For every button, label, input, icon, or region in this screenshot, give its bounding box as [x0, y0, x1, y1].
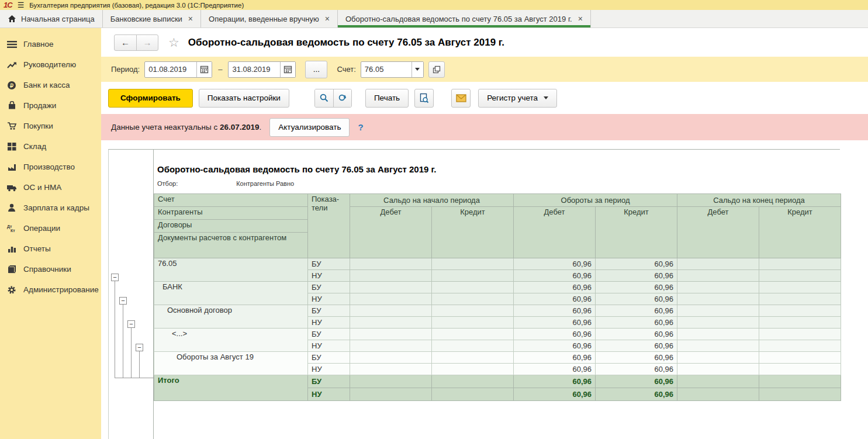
tab-home[interactable]: Начальная страница: [0, 10, 103, 27]
row-value: [432, 293, 514, 305]
open-account-icon[interactable]: [428, 61, 445, 78]
tree-collapse-button[interactable]: −: [136, 344, 143, 351]
row-indicator: БУ: [308, 258, 350, 270]
close-icon[interactable]: ×: [578, 15, 583, 23]
main-area: ← → ☆ Оборотно-сальдовая ведомость по сч…: [101, 28, 868, 439]
row-value: [677, 329, 759, 340]
row-value: [432, 282, 514, 293]
header-counterparties: Контрагенты: [154, 207, 308, 220]
sidebar-item-производство[interactable]: Производство: [0, 157, 101, 177]
sidebar-item-банк-и-касса[interactable]: ₽Банк и касса: [0, 75, 101, 95]
mail-icon[interactable]: [451, 89, 471, 108]
tab-3[interactable]: Оборотно-сальдовая ведомость по счету 76…: [338, 10, 591, 27]
row-value: 60,96: [596, 375, 677, 388]
row-indicator: БУ: [308, 329, 350, 340]
bag-icon: [6, 101, 17, 110]
chevron-down-icon[interactable]: [411, 62, 423, 77]
row-value: [432, 364, 514, 375]
header-documents: Документы расчетов с контрагентом: [154, 233, 308, 258]
table-row: Основной договорБУ60,9660,96: [154, 305, 841, 317]
row-value: 60,96: [514, 282, 596, 293]
header-account: Счет: [154, 194, 308, 207]
row-value: [677, 293, 759, 305]
favorite-star-icon[interactable]: ☆: [168, 36, 179, 50]
generate-button[interactable]: Сформировать: [108, 89, 193, 108]
sidebar-item-label: Операции: [23, 224, 60, 233]
row-value: [759, 388, 841, 401]
calendar-icon[interactable]: [280, 62, 295, 77]
row-value: [350, 388, 432, 401]
print-button[interactable]: Печать: [365, 89, 409, 108]
print-preview-icon[interactable]: [414, 89, 434, 108]
table-row: БАНКБУ60,9660,96: [154, 282, 841, 293]
row-indicator: НУ: [308, 340, 350, 352]
sidebar-item-зарплата-и-кадры[interactable]: Зарплата и кадры: [0, 198, 101, 218]
register-label: Регистр учета: [487, 94, 538, 102]
sidebar-item-склад[interactable]: Склад: [0, 136, 101, 157]
sidebar-item-label: Справочники: [23, 265, 71, 274]
tab-2[interactable]: Операции, введенные вручную×: [201, 10, 338, 27]
row-value: [432, 352, 514, 364]
sidebar-item-продажи[interactable]: Продажи: [0, 95, 101, 116]
sidebar-item-покупки[interactable]: Покупки: [0, 116, 101, 136]
row-value: 60,96: [596, 352, 677, 364]
sidebar-item-label: Производство: [23, 163, 75, 171]
header-credit: Кредит: [432, 207, 514, 258]
header-contracts: Договоры: [154, 220, 308, 233]
sidebar-item-администрирование[interactable]: Администрирование: [0, 279, 101, 300]
sidebar-item-руководителю[interactable]: Руководителю: [0, 54, 101, 75]
row-value: [350, 258, 432, 270]
tree-collapse-button[interactable]: −: [127, 320, 135, 328]
row-value: [350, 282, 432, 293]
sidebar-item-справочники[interactable]: Справочники: [0, 259, 101, 279]
row-value: [350, 293, 432, 305]
tree-collapse-button[interactable]: −: [111, 274, 119, 281]
dtkt-icon: ДтКт: [6, 224, 17, 233]
row-value: 60,96: [514, 293, 596, 305]
menu-icon: [6, 40, 17, 49]
account-input[interactable]: [361, 62, 411, 77]
row-indicator: БУ: [308, 375, 350, 388]
row-value: 60,96: [596, 340, 677, 352]
row-value: [350, 340, 432, 352]
back-button[interactable]: ←: [115, 35, 136, 50]
period-to-input[interactable]: [229, 62, 280, 77]
help-link[interactable]: ?: [358, 122, 363, 132]
sidebar-item-главное[interactable]: Главное: [0, 34, 101, 54]
actualize-button[interactable]: Актуализировать: [269, 118, 350, 137]
filter-value: Контрагенты Равно: [236, 180, 294, 187]
row-value: 60,96: [596, 388, 677, 401]
row-indicator: БУ: [308, 305, 350, 317]
sidebar-item-операции[interactable]: ДтКтОперации: [0, 218, 101, 238]
row-value: 60,96: [514, 375, 596, 388]
grouping-gutter: −−−−: [109, 150, 154, 439]
calendar-icon[interactable]: [196, 62, 212, 77]
row-value: [432, 388, 514, 401]
close-icon[interactable]: ×: [188, 15, 193, 23]
period-from-input[interactable]: [145, 62, 196, 77]
row-group-label: БАНК: [154, 282, 308, 305]
row-value: [759, 317, 841, 329]
search-next-icon[interactable]: [333, 89, 351, 107]
register-button[interactable]: Регистр учета: [478, 89, 557, 108]
show-settings-button[interactable]: Показать настройки: [199, 89, 289, 108]
sidebar-item-отчеты[interactable]: Отчеты: [0, 238, 101, 259]
choose-period-button[interactable]: ...: [305, 61, 327, 78]
tab-1[interactable]: Банковские выписки×: [103, 10, 201, 27]
banner-text: Данные учета неактуальны с 26.07.2019.: [111, 123, 261, 132]
forward-button[interactable]: →: [136, 35, 158, 50]
close-icon[interactable]: ×: [325, 15, 330, 23]
main-menu-icon[interactable]: ☰: [18, 1, 25, 9]
row-value: [677, 258, 759, 270]
report-area: −−−− Оборотно-сальдовая ведомость по сче…: [108, 149, 840, 439]
row-value: [759, 258, 841, 270]
header-debit: Дебет: [350, 207, 432, 258]
period-dash: –: [218, 65, 222, 74]
report-table: Счет Показа- тели Сальдо на начало перио…: [154, 193, 841, 401]
sidebar-item-ос-и-нма[interactable]: ОС и НМА: [0, 177, 101, 198]
search-icon[interactable]: [315, 89, 333, 107]
tree-collapse-button[interactable]: −: [119, 297, 127, 305]
1c-logo: 1С: [4, 1, 12, 9]
header-saldo-end: Сальдо на конец периода: [677, 194, 841, 207]
row-value: [350, 364, 432, 375]
